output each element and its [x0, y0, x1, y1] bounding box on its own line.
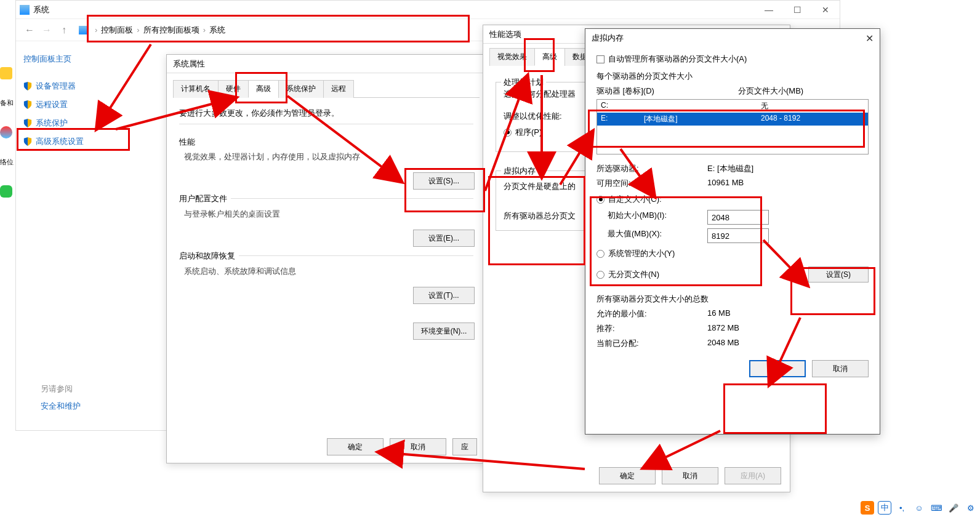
- radio-icon: [596, 271, 604, 279]
- tab-advanced[interactable]: 高级: [534, 48, 565, 66]
- tab-hardware[interactable]: 硬件: [218, 80, 249, 98]
- shield-icon: [23, 82, 32, 90]
- sidebar-bottom: 另请参阅 安全和维护: [41, 383, 81, 412]
- recommended-label: 推荐:: [596, 323, 707, 334]
- radio-sys-managed[interactable]: 系统管理的大小(Y): [596, 248, 869, 259]
- current-value: 2048 MB: [707, 338, 739, 349]
- max-size-input[interactable]: [707, 228, 769, 243]
- vmem-cancel-button[interactable]: 取消: [812, 360, 869, 377]
- pagefile-col-header: 分页文件大小(MB): [738, 86, 803, 97]
- strip-text: 络位: [0, 147, 15, 177]
- shield-icon: [23, 137, 32, 146]
- ime-smile-icon[interactable]: ☺: [912, 501, 926, 515]
- folder-icon: [0, 67, 12, 79]
- tab-advanced[interactable]: 高级: [248, 80, 279, 98]
- env-vars-button[interactable]: 环境变量(N)...: [413, 323, 475, 340]
- breadcrumb-icon: [79, 26, 87, 34]
- perf-settings-button[interactable]: 设置(S)...: [413, 172, 475, 190]
- ime-keyboard-icon[interactable]: ⌨: [930, 501, 943, 515]
- profiles-desc: 与登录帐户相关的桌面设置: [184, 209, 473, 220]
- sysprop-ok-button[interactable]: 确定: [327, 438, 384, 455]
- maximize-button[interactable]: ☐: [783, 1, 811, 19]
- ime-sogou-icon[interactable]: S: [861, 501, 874, 515]
- sidebar-device-manager[interactable]: 设备管理器: [23, 77, 153, 95]
- perf-title: 性能: [179, 137, 473, 148]
- drive-row-e[interactable]: E: [本地磁盘] 2048 - 8192: [597, 113, 868, 126]
- see-also-label: 另请参阅: [41, 383, 81, 395]
- forward-arrow-icon[interactable]: →: [38, 22, 55, 39]
- init-size-input[interactable]: [707, 210, 769, 225]
- sysprop-tabs: 计算机名 硬件 高级 系统保护 远程: [173, 79, 480, 98]
- radio-icon: [504, 129, 512, 137]
- breadcrumb[interactable]: › 控制面板 › 所有控制面板项 › 系统: [79, 25, 225, 36]
- breadcrumb-item[interactable]: 系统: [209, 25, 225, 36]
- tab-computer-name[interactable]: 计算机名: [173, 80, 219, 98]
- auto-manage-checkbox[interactable]: 自动管理所有驱动器的分页文件大小(A): [596, 54, 869, 65]
- up-arrow-icon[interactable]: ↑: [55, 22, 73, 39]
- startup-settings-button[interactable]: 设置(T)...: [413, 287, 475, 304]
- close-button[interactable]: ✕: [811, 1, 840, 19]
- init-size-label: 初始大小(MB)(I):: [596, 210, 707, 225]
- tab-visual-effects[interactable]: 视觉效果: [489, 48, 535, 66]
- vmem-ok-button[interactable]: 确定: [749, 360, 806, 377]
- current-label: 当前已分配:: [596, 338, 707, 349]
- vmem-title-text: 虚拟内存: [592, 33, 624, 44]
- ime-settings-icon[interactable]: ⚙: [964, 501, 978, 515]
- min-allowed-label: 允许的最小值:: [596, 308, 707, 319]
- cpu-title: 处理器计划: [501, 77, 546, 88]
- shield-icon: [23, 100, 32, 109]
- strip-text: 备和: [0, 88, 15, 118]
- tab-remote[interactable]: 远程: [323, 80, 354, 98]
- system-icon: [20, 5, 30, 15]
- close-icon[interactable]: ✕: [866, 33, 874, 44]
- drive-row-c[interactable]: C: 无: [597, 100, 868, 113]
- breadcrumb-item[interactable]: 控制面板: [101, 25, 133, 36]
- perf-desc: 视觉效果，处理器计划，内存使用，以及虚拟内存: [184, 151, 473, 162]
- radio-no-pagefile[interactable]: 无分页文件(N): [596, 269, 659, 280]
- minimize-button[interactable]: —: [755, 1, 783, 19]
- sysprop-cancel-button[interactable]: 取消: [390, 438, 446, 455]
- vm-title: 虚拟内存: [501, 166, 538, 177]
- startup-title: 启动和故障恢复: [179, 250, 239, 262]
- security-maintenance-link[interactable]: 安全和维护: [41, 401, 81, 412]
- perfopt-cancel-button[interactable]: 取消: [662, 467, 718, 484]
- breadcrumb-item[interactable]: 所有控制面板项: [143, 25, 199, 36]
- shield-icon: [23, 119, 32, 127]
- selected-drive-label: 所选驱动器:: [596, 163, 707, 174]
- admin-note: 要进行大多数更改，你必须作为管理员登录。: [179, 108, 473, 119]
- perfopt-apply-button[interactable]: 应用(A): [725, 467, 781, 484]
- app-icon: [0, 185, 12, 198]
- left-icon-strip: 备和 络位: [0, 58, 15, 206]
- virtual-memory-dialog: 虚拟内存 ✕ 自动管理所有驱动器的分页文件大小(A) 每个驱动器的分页文件大小 …: [585, 28, 880, 435]
- drive-col-header: 驱动器 [卷标](D): [596, 86, 738, 97]
- free-space-value: 10961 MB: [707, 178, 744, 189]
- free-space-label: 可用空间:: [596, 178, 707, 189]
- ime-mic-icon[interactable]: 🎤: [947, 501, 960, 515]
- totals-title: 所有驱动器分页文件大小的总数: [596, 294, 869, 305]
- sidebar-system-protection[interactable]: 系统保护: [23, 114, 153, 132]
- perfopt-ok-button[interactable]: 确定: [599, 467, 656, 484]
- sidebar-advanced-system-settings[interactable]: 高级系统设置: [23, 132, 153, 151]
- system-properties-dialog: 系统属性 计算机名 硬件 高级 系统保护 远程 要进行大多数更改，你必须作为管理…: [166, 54, 486, 463]
- checkbox-icon: [596, 55, 604, 63]
- app-icon: [0, 126, 12, 138]
- each-drive-label: 每个驱动器的分页文件大小: [596, 71, 869, 82]
- radio-icon: [596, 250, 604, 258]
- radio-custom-size[interactable]: 自定义大小(C):: [596, 194, 869, 205]
- max-size-label: 最大值(MB)(X):: [596, 228, 707, 243]
- vm-set-button[interactable]: 设置(S): [808, 267, 869, 283]
- ime-punct-icon[interactable]: •,: [895, 501, 909, 515]
- sidebar-remote-settings[interactable]: 远程设置: [23, 95, 153, 114]
- tab-system-protection[interactable]: 系统保护: [278, 80, 324, 98]
- ime-lang-icon[interactable]: 中: [878, 501, 891, 515]
- sysprop-apply-button[interactable]: 应: [452, 438, 477, 455]
- drive-list[interactable]: C: 无 E: [本地磁盘] 2048 - 8192: [596, 99, 869, 154]
- startup-desc: 系统启动、系统故障和调试信息: [184, 266, 473, 277]
- recommended-value: 1872 MB: [707, 323, 739, 334]
- profiles-settings-button[interactable]: 设置(E)...: [413, 230, 475, 247]
- sidebar-home-link[interactable]: 控制面板主页: [23, 54, 153, 65]
- selected-drive-value: E: [本地磁盘]: [707, 163, 753, 174]
- back-arrow-icon[interactable]: ←: [21, 22, 38, 39]
- titlebar: 系统 — ☐ ✕: [16, 1, 840, 19]
- sidebar: 控制面板主页 设备管理器 远程设置 系统保护 高级系统设置: [16, 41, 161, 430]
